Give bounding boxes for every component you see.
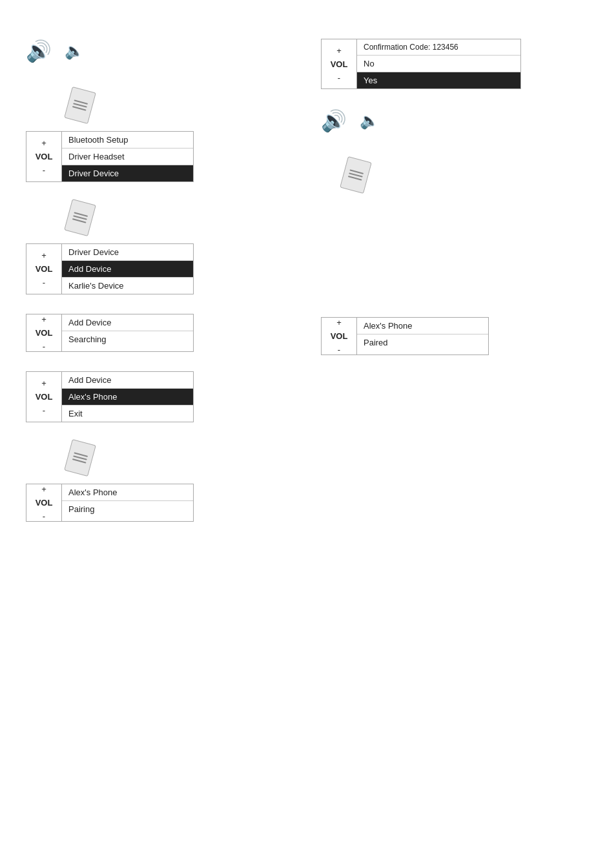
speaker-soft-icon-left: 🔈 [65,42,84,60]
menu-item[interactable]: Driver Headset [62,149,193,165]
menu-item[interactable]: Alex's Phone [62,484,193,501]
vol-label-5: + VOL - [26,484,62,521]
vol-plus-conf: + [336,46,342,56]
vol-plus-5: + [41,484,46,494]
conf-yes[interactable]: Yes [357,72,520,88]
menu-item[interactable]: Pairing [62,501,193,517]
vol-plus-1: + [41,138,46,148]
menu-item-selected[interactable]: Add Device [62,261,193,278]
vol-plus-3: + [41,314,46,324]
vol-text-4: VOL [36,392,53,402]
section-panel3: + VOL - Add Device Searching [26,314,295,352]
menu-panel-4: + VOL - Add Device Alex's Phone Exit [26,371,194,422]
speaker-soft-icon-right: 🔈 [360,112,379,130]
conf-no[interactable]: No [357,56,520,72]
conf-header: Confirmation Code: 123456 [357,39,520,56]
vol-text-conf: VOL [331,59,348,69]
vol-minus-5: - [43,511,45,521]
vol-minus-2: - [43,278,45,287]
spacer [321,220,590,298]
menu-panel-1: + VOL - Bluetooth Setup Driver Headset D… [26,131,194,182]
vol-label-2: + VOL - [26,244,62,294]
phone-graphic-right [340,159,373,198]
menu-panel-3: + VOL - Add Device Searching [26,314,194,352]
vol-plus-paired: + [336,318,342,327]
vol-text-3: VOL [36,328,53,338]
left-column: 🔊 🔈 + VOL - Bluetooth Setup [26,39,295,814]
paired-panel: + VOL - Alex's Phone Paired [321,317,489,355]
phone-graphic-5 [65,442,97,480]
menu-item[interactable]: Driver Device [62,244,193,261]
menu-item-selected[interactable]: Driver Device [62,165,193,181]
section-conf: + VOL - Confirmation Code: 123456 No Yes [321,39,590,89]
menu-item[interactable]: Add Device [62,314,193,331]
paired-phone-name[interactable]: Alex's Phone [357,318,488,334]
menu-item-selected[interactable]: Alex's Phone [62,389,193,406]
menu-item[interactable]: Exit [62,406,193,422]
vol-minus-3: - [43,342,45,351]
speaker-row-left: 🔊 🔈 [26,39,295,63]
menu-item[interactable]: Searching [62,331,193,347]
vol-plus-2: + [41,251,46,260]
section-paired: + VOL - Alex's Phone Paired [321,317,590,355]
paired-status: Paired [357,334,488,351]
vol-minus-1: - [43,165,45,175]
phone-graphic-1 [65,89,97,128]
menu-items-1: Bluetooth Setup Driver Headset Driver De… [62,132,193,181]
vol-minus-conf: - [338,73,340,83]
conf-menu-items: Confirmation Code: 123456 No Yes [357,39,520,88]
paired-menu-items: Alex's Phone Paired [357,318,488,355]
speaker-loud-icon-right: 🔊 [321,108,347,133]
menu-items-5: Alex's Phone Pairing [62,484,193,521]
right-column: + VOL - Confirmation Code: 123456 No Yes… [321,39,590,814]
vol-text-2: VOL [36,264,53,274]
vol-label-3: + VOL - [26,314,62,351]
menu-item[interactable]: Add Device [62,372,193,389]
section-panel2: + VOL - Driver Device Add Device Karlie'… [26,201,295,294]
section-panel1: + VOL - Bluetooth Setup Driver Headset D… [26,89,295,182]
vol-text-1: VOL [36,152,53,161]
menu-panel-2: + VOL - Driver Device Add Device Karlie'… [26,243,194,294]
vol-minus-4: - [43,406,45,415]
page-container: 🔊 🔈 + VOL - Bluetooth Setup [0,0,616,853]
phone-graphic-2 [65,201,97,240]
speaker-loud-icon-left: 🔊 [26,39,52,63]
section-panel5: + VOL - Alex's Phone Pairing [26,442,295,522]
vol-label-4: + VOL - [26,372,62,422]
vol-label-1: + VOL - [26,132,62,181]
menu-items-2: Driver Device Add Device Karlie's Device [62,244,193,294]
menu-item[interactable]: Bluetooth Setup [62,132,193,149]
conf-panel: + VOL - Confirmation Code: 123456 No Yes [321,39,521,89]
menu-items-3: Add Device Searching [62,314,193,351]
menu-item[interactable]: Karlie's Device [62,278,193,294]
menu-items-4: Add Device Alex's Phone Exit [62,372,193,422]
menu-panel-5: + VOL - Alex's Phone Pairing [26,484,194,522]
vol-label-paired: + VOL - [322,318,357,355]
speaker-row-right: 🔊 🔈 [321,108,590,133]
vol-text-paired: VOL [331,331,348,341]
vol-minus-paired: - [338,345,340,355]
vol-text-5: VOL [36,498,53,508]
section-panel4: + VOL - Add Device Alex's Phone Exit [26,371,295,422]
vol-label-conf: + VOL - [322,39,357,88]
vol-plus-4: + [41,378,46,388]
